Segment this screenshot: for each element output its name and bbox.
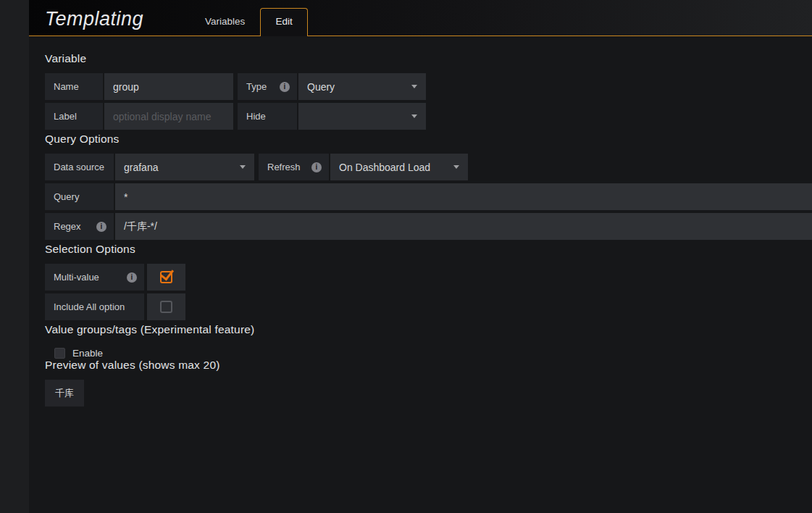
datasource-select-value: grafana xyxy=(124,162,158,173)
enable-checkbox[interactable] xyxy=(54,348,65,359)
name-input[interactable] xyxy=(104,73,233,100)
regex-row: Regex i xyxy=(45,213,812,240)
info-icon: i xyxy=(96,222,106,232)
templating-page: Templating Variables Edit Variable Name … xyxy=(0,0,812,513)
chevron-down-icon xyxy=(240,165,246,169)
regex-field-label-text: Regex xyxy=(54,221,81,232)
preview-values: 千库 xyxy=(45,380,812,406)
chevron-down-icon xyxy=(453,165,459,169)
tab-variables[interactable]: Variables xyxy=(190,9,260,36)
section-heading-preview: Preview of values (shows max 20) xyxy=(45,359,812,372)
include-all-row: Include All option xyxy=(45,293,812,320)
checkbox-check-icon xyxy=(160,271,172,283)
variable-row-1: Name Type i Query xyxy=(45,73,812,100)
tabs: Variables Edit xyxy=(190,0,308,36)
regex-input[interactable] xyxy=(115,213,812,240)
hide-field-label: Hide xyxy=(238,103,297,130)
type-field-label: Type i xyxy=(238,73,297,100)
regex-field-label: Regex i xyxy=(45,213,114,240)
left-gutter xyxy=(0,0,29,513)
datasource-select[interactable]: grafana xyxy=(115,154,254,180)
info-icon: i xyxy=(127,272,137,283)
enable-row: Enable xyxy=(54,348,812,359)
refresh-field-label: Refresh i xyxy=(259,154,329,180)
templating-panel: Templating Variables Edit Variable Name … xyxy=(29,0,812,513)
type-select[interactable]: Query xyxy=(298,73,426,100)
section-heading-variable: Variable xyxy=(45,52,812,65)
label-input[interactable] xyxy=(104,103,233,130)
multi-value-label: Multi-value i xyxy=(45,264,144,291)
chevron-down-icon xyxy=(411,85,417,88)
name-field-label: Name xyxy=(45,73,103,100)
label-field-label: Label xyxy=(45,103,103,130)
page-title: Templating xyxy=(45,8,143,30)
info-icon: i xyxy=(280,82,290,92)
refresh-select[interactable]: On Dashboard Load xyxy=(330,154,468,180)
header: Templating Variables Edit xyxy=(29,0,812,36)
chevron-down-icon xyxy=(411,114,417,118)
query-row: Query xyxy=(45,183,812,210)
preview-value-chip: 千库 xyxy=(45,380,84,406)
refresh-field-label-text: Refresh xyxy=(267,162,301,172)
checkbox-empty-icon xyxy=(160,301,172,313)
multi-value-checkbox[interactable] xyxy=(147,264,185,291)
include-all-label: Include All option xyxy=(45,293,144,320)
refresh-select-value: On Dashboard Load xyxy=(339,162,430,173)
datasource-field-label: Data source xyxy=(45,154,114,180)
type-field-label-text: Type xyxy=(246,81,267,92)
edit-form: Variable Name Type i Query Label Hide xyxy=(29,36,812,406)
type-select-value: Query xyxy=(307,81,335,93)
section-heading-value-groups: Value groups/tags (Experimental feature) xyxy=(45,323,812,336)
info-icon: i xyxy=(311,162,322,172)
hide-select[interactable] xyxy=(298,103,426,130)
tab-edit[interactable]: Edit xyxy=(260,8,307,36)
include-all-checkbox[interactable] xyxy=(147,293,185,320)
query-input[interactable] xyxy=(115,183,812,210)
section-heading-query-options: Query Options xyxy=(45,133,812,146)
variable-row-2: Label Hide xyxy=(45,103,812,130)
multi-value-row: Multi-value i xyxy=(45,264,812,291)
query-field-label: Query xyxy=(45,183,114,210)
multi-value-label-text: Multi-value xyxy=(54,272,99,283)
section-heading-selection-options: Selection Options xyxy=(45,243,812,256)
datasource-row: Data source grafana Refresh i On Dashboa… xyxy=(45,154,812,180)
enable-label: Enable xyxy=(72,348,103,359)
